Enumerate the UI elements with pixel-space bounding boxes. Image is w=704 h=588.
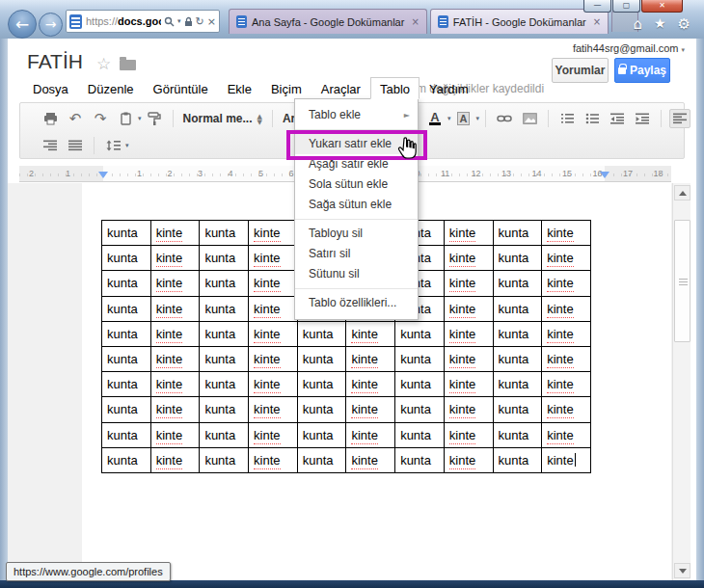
table-cell[interactable]: kinte (346, 447, 395, 472)
table-cell[interactable]: kinte (542, 372, 591, 397)
table-cell[interactable]: kinte (346, 372, 395, 397)
favorites-star-icon[interactable]: ★ (654, 15, 666, 33)
increase-indent-icon[interactable] (632, 109, 653, 128)
table-cell[interactable]: kunta (395, 447, 445, 472)
table-cell[interactable]: kunta (102, 372, 151, 397)
text-color-dropdown-icon[interactable]: ▾ (447, 115, 451, 122)
table-cell[interactable]: kunta (297, 422, 346, 447)
table-cell[interactable]: kunta (395, 372, 445, 397)
tab-close-icon[interactable]: × (411, 16, 419, 27)
table-cell[interactable]: kinte (346, 346, 395, 371)
table-cell[interactable]: kunta (297, 397, 346, 422)
numbered-list-icon[interactable] (556, 109, 578, 128)
table-cell[interactable]: kinte (249, 246, 298, 271)
table-cell[interactable]: kunta (493, 221, 542, 246)
table-cell[interactable]: kunta (493, 321, 542, 346)
table-cell[interactable]: kinte (249, 221, 298, 246)
home-icon[interactable]: ⌂ (633, 15, 642, 33)
table-cell[interactable]: kinte (346, 397, 395, 422)
bulleted-list-icon[interactable] (582, 109, 603, 128)
menu-araçlar[interactable]: Araçlar (311, 77, 370, 99)
table-cell[interactable]: kinte (444, 246, 493, 271)
table-menu-item[interactable]: Satırı sil (295, 244, 418, 264)
table-menu-item[interactable]: Sağa sütun ekle (295, 195, 418, 215)
vertical-scrollbar[interactable] (672, 183, 690, 580)
share-button[interactable]: Paylaş (614, 58, 670, 83)
table-cell[interactable]: kunta (200, 221, 249, 246)
comments-button[interactable]: Yorumlar (552, 58, 609, 83)
table-cell[interactable]: kinte (150, 397, 200, 422)
table-cell[interactable]: kinte (150, 296, 200, 321)
minimize-button[interactable]: — (583, 0, 611, 13)
table-cell[interactable]: kunta (102, 447, 151, 472)
decrease-indent-icon[interactable] (607, 109, 628, 128)
table-cell[interactable]: kinte (542, 321, 591, 346)
address-url[interactable]: https://docs.goo... (86, 15, 161, 27)
table-cell[interactable]: kinte (249, 397, 298, 422)
table-cell[interactable]: kunta (395, 397, 445, 422)
table-cell[interactable]: kunta (493, 246, 542, 271)
table-cell[interactable]: kinte (444, 447, 493, 472)
table-cell[interactable]: kunta (493, 397, 542, 422)
table-cell[interactable]: kinte (346, 321, 395, 346)
table-cell[interactable]: kinte (150, 221, 200, 246)
insert-image-icon[interactable] (519, 109, 540, 128)
table-cell[interactable]: kinte (542, 221, 591, 246)
document-title[interactable]: FATİH (27, 50, 83, 73)
table-cell[interactable]: kinte (249, 447, 298, 472)
scrollbar-thumb[interactable] (674, 220, 690, 342)
table-cell[interactable]: kinte (542, 346, 591, 371)
table-cell[interactable]: kinte (444, 372, 493, 397)
align-left-icon[interactable] (669, 109, 690, 128)
table-cell[interactable]: kinte (444, 271, 493, 296)
redo-icon[interactable]: ↷ (90, 109, 111, 128)
table-cell[interactable]: kunta (102, 246, 151, 271)
table-cell[interactable]: kunta (297, 447, 346, 472)
table-cell[interactable]: kinte (444, 346, 493, 371)
table-cell[interactable]: kunta (102, 321, 151, 346)
stop-icon[interactable]: × (207, 15, 216, 28)
table-cell[interactable]: kunta (493, 346, 542, 371)
menu-görüntüle[interactable]: Görüntüle (144, 77, 218, 99)
table-cell[interactable]: kinte (542, 246, 591, 271)
maximize-button[interactable]: ▢ (612, 0, 640, 13)
table-cell[interactable]: kinte (444, 397, 493, 422)
back-button[interactable]: ← (8, 10, 37, 39)
table-cell[interactable]: kunta (200, 397, 249, 422)
refresh-icon[interactable]: ↻ (196, 15, 204, 28)
table-cell[interactable]: kunta (200, 422, 249, 447)
table-cell[interactable]: kinte (150, 346, 200, 371)
menu-tablo[interactable]: Tablo (370, 77, 420, 99)
table-cell[interactable]: kinte (249, 372, 298, 397)
scroll-down-button[interactable] (674, 563, 690, 578)
table-cell[interactable]: kinte (542, 447, 591, 472)
table-menu-item[interactable]: Tablo özellikleri... (295, 293, 418, 313)
table-menu-item[interactable]: Tabloyu sil (295, 224, 418, 244)
table-cell[interactable]: kunta (102, 221, 151, 246)
table-cell[interactable]: kunta (493, 372, 542, 397)
undo-icon[interactable]: ↶ (65, 109, 86, 128)
align-right-icon[interactable] (40, 136, 61, 155)
folder-icon[interactable] (120, 60, 136, 70)
line-spacing-dropdown-icon[interactable]: ▾ (125, 142, 129, 149)
table-cell[interactable]: kinte (150, 372, 200, 397)
insert-link-icon[interactable] (494, 109, 515, 128)
tab-close-icon[interactable]: × (593, 16, 601, 27)
table-cell[interactable]: kunta (493, 271, 542, 296)
table-cell[interactable]: kunta (102, 271, 151, 296)
print-icon[interactable] (40, 109, 61, 128)
clipboard-dropdown-icon[interactable]: ▾ (138, 115, 142, 122)
table-cell[interactable]: kunta (200, 372, 249, 397)
paint-format-icon[interactable] (144, 109, 165, 128)
table-cell[interactable]: kinte (444, 296, 493, 321)
highlight-color-icon[interactable]: A (453, 109, 474, 128)
line-spacing-icon[interactable] (102, 136, 123, 155)
table-cell[interactable]: kunta (200, 246, 249, 271)
table-cell[interactable]: kinte (542, 296, 591, 321)
table-cell[interactable]: kinte (542, 422, 591, 447)
table-cell[interactable]: kinte (346, 422, 395, 447)
table-cell[interactable]: kunta (200, 447, 249, 472)
table-cell[interactable]: kunta (200, 296, 249, 321)
table-cell[interactable]: kinte (150, 321, 200, 346)
menu-dosya[interactable]: Dosya (23, 77, 78, 99)
